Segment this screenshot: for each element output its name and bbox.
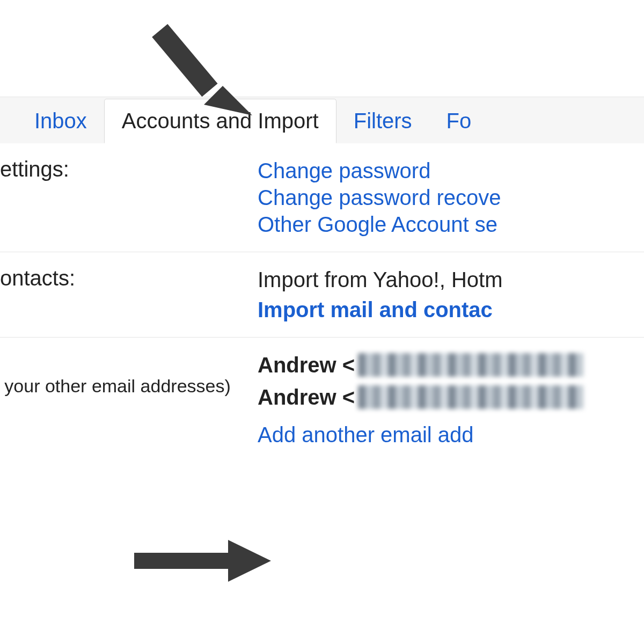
row-account-settings: settings: Change password Change passwor…: [0, 143, 644, 252]
label-send-mail-as-sub: n your other email addresses): [0, 376, 247, 397]
link-change-password[interactable]: Change password: [258, 157, 644, 184]
svg-marker-3: [228, 540, 271, 582]
link-import-mail-and-contacts[interactable]: Import mail and contac: [258, 296, 644, 323]
tab-partial-left[interactable]: s: [0, 99, 17, 143]
annotation-arrow-bottom: [134, 537, 274, 585]
row-import-contacts: contacts: Import from Yahoo!, Hotm Impor…: [0, 252, 644, 338]
send-as-name-1: Andrew <: [258, 352, 355, 378]
label-import-contacts: contacts:: [0, 266, 75, 290]
link-change-password-recovery[interactable]: Change password recove: [258, 184, 644, 211]
tab-accounts-and-import[interactable]: Accounts and Import: [104, 99, 336, 143]
svg-rect-2: [134, 553, 231, 569]
label-account-settings: settings:: [0, 157, 69, 181]
send-as-name-2: Andrew <: [258, 384, 355, 411]
send-as-address-1: Andrew <: [258, 352, 644, 378]
tab-inbox[interactable]: Inbox: [17, 99, 104, 143]
tab-partial-right[interactable]: Fo: [429, 99, 489, 143]
text-import-description: Import from Yahoo!, Hotm: [258, 266, 644, 293]
tab-filters[interactable]: Filters: [336, 99, 429, 143]
link-other-google-account-settings[interactable]: Other Google Account se: [258, 211, 644, 238]
link-add-another-email-address[interactable]: Add another email add: [258, 421, 644, 448]
redacted-email-2: [358, 385, 583, 409]
send-as-address-2: Andrew <: [258, 384, 644, 411]
svg-rect-0: [152, 24, 217, 97]
row-send-mail-as: n your other email addresses) Andrew < A…: [0, 338, 644, 462]
redacted-email-1: [358, 353, 583, 377]
